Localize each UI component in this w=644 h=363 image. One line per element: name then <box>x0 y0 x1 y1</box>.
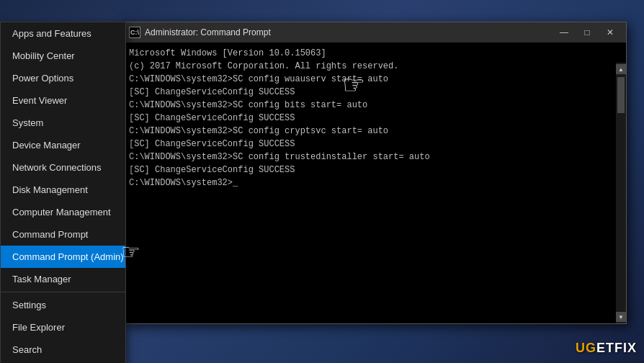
logo: UGETFIX <box>576 341 637 356</box>
menu-item-computer-management[interactable]: Computer Management <box>1 201 125 223</box>
logo-ug: UG <box>576 341 596 355</box>
menu-item-task-manager[interactable]: Task Manager <box>1 268 125 290</box>
menu-item-network-connections[interactable]: Network Connections <box>1 156 125 179</box>
cmd-line: C:\WINDOWS\system32>SC config bits start… <box>129 99 620 112</box>
logo-suffix: ETFIX <box>596 341 637 355</box>
menu-item-apps-features[interactable]: Apps and Features <box>1 22 125 45</box>
cmd-line: C:\WINDOWS\system32>SC config trustedins… <box>129 151 620 163</box>
scroll-up-button[interactable]: ▲ <box>616 64 626 74</box>
cmd-line: [SC] ChangeServiceConfig SUCCESS <box>129 112 620 125</box>
menu-divider <box>1 292 125 292</box>
context-menu: Apps and FeaturesMobility CenterPower Op… <box>0 22 126 363</box>
menu-item-system[interactable]: System <box>1 112 125 134</box>
scrollbar[interactable]: ▲ ▼ <box>616 63 626 323</box>
cmd-line: C:\WINDOWS\system32>SC config wuauserv s… <box>129 73 620 86</box>
scroll-track <box>616 74 626 312</box>
menu-item-device-manager[interactable]: Device Manager <box>1 134 125 156</box>
menu-item-file-explorer[interactable]: File Explorer <box>1 316 125 339</box>
window-controls: — □ ✕ <box>554 25 620 40</box>
cmd-content: Microsoft Windows [Version 10.0.15063](c… <box>123 42 626 194</box>
cmd-line: [SC] ChangeServiceConfig SUCCESS <box>129 138 620 151</box>
menu-item-disk-management[interactable]: Disk Management <box>1 179 125 201</box>
close-button[interactable]: ✕ <box>600 25 620 40</box>
menu-item-event-viewer[interactable]: Event Viewer <box>1 89 125 112</box>
cmd-window: C:\ Administrator: Command Prompt — □ ✕ … <box>122 22 627 324</box>
menu-item-mobility-center[interactable]: Mobility Center <box>1 45 125 67</box>
cmd-line: (c) 2017 Microsoft Corporation. All righ… <box>129 60 620 73</box>
minimize-button[interactable]: — <box>554 25 574 40</box>
cmd-line: [SC] ChangeServiceConfig SUCCESS <box>129 86 620 99</box>
menu-item-command-prompt[interactable]: Command Prompt <box>1 223 125 246</box>
cmd-line: Microsoft Windows [Version 10.0.15063] <box>129 47 620 60</box>
cmd-icon: C:\ <box>129 27 140 38</box>
menu-item-power-options[interactable]: Power Options <box>1 67 125 89</box>
scroll-down-button[interactable]: ▼ <box>616 312 626 322</box>
menu-item-search[interactable]: Search <box>1 339 125 361</box>
scroll-thumb[interactable] <box>617 77 625 113</box>
maximize-button[interactable]: □ <box>577 25 597 40</box>
cmd-line: C:\WINDOWS\system32>_ <box>129 176 620 189</box>
cmd-title: Administrator: Command Prompt <box>145 27 554 37</box>
menu-item-command-prompt-admin[interactable]: Command Prompt (Admin) <box>1 246 125 268</box>
cmd-line: C:\WINDOWS\system32>SC config cryptsvc s… <box>129 125 620 138</box>
cmd-titlebar: C:\ Administrator: Command Prompt — □ ✕ <box>123 22 626 42</box>
desktop: Apps and FeaturesMobility CenterPower Op… <box>0 0 644 363</box>
menu-item-settings[interactable]: Settings <box>1 294 125 316</box>
cmd-line: [SC] ChangeServiceConfig SUCCESS <box>129 163 620 176</box>
